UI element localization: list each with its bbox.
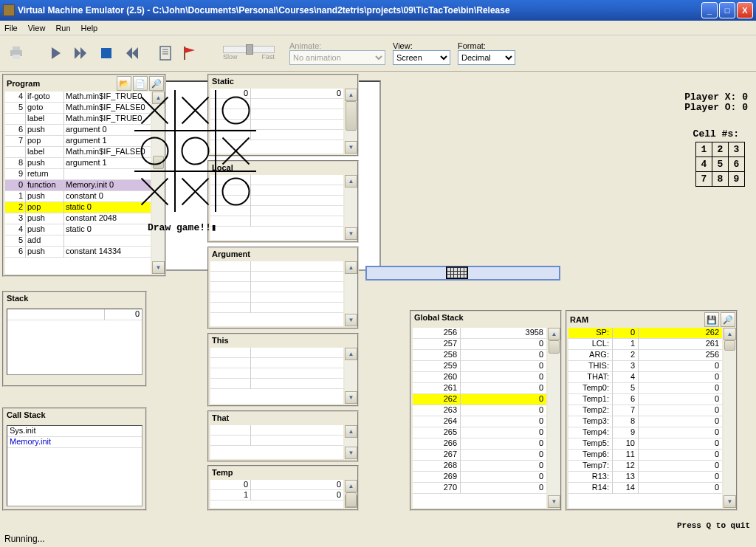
workspace: Program 📂 📄 🔎 4if-gotoMath.min$IF_TRUE05… bbox=[0, 72, 756, 532]
globalstack-title: Global Stack bbox=[411, 312, 560, 323]
ram-row[interactable]: Temp2:70 bbox=[568, 405, 722, 416]
toolbar: Slow Fast Animate: No animation View: Sc… bbox=[0, 35, 756, 72]
ram-search-icon[interactable]: 🔎 bbox=[721, 312, 735, 327]
flag-icon[interactable] bbox=[180, 43, 201, 63]
window-title: Virtual Machine Emulator (2.5) - C:\John… bbox=[18, 5, 701, 16]
cell-header: Cell #s: bbox=[693, 128, 739, 140]
globalstack-row[interactable]: 2670 bbox=[413, 450, 546, 461]
ram-row[interactable]: R14:140 bbox=[568, 483, 722, 494]
svg-point-18 bbox=[182, 138, 209, 165]
titlebar: Virtual Machine Emulator (2.5) - C:\John… bbox=[0, 0, 756, 21]
keyboard-icon bbox=[446, 266, 468, 279]
ram-title: RAM bbox=[567, 314, 591, 326]
app-icon bbox=[3, 4, 15, 16]
ram-row[interactable]: LCL:1261 bbox=[568, 339, 722, 350]
quit-message: Press Q to quit bbox=[677, 521, 750, 530]
svg-rect-1 bbox=[13, 47, 20, 50]
globalstack-row[interactable]: 2563958 bbox=[413, 328, 546, 339]
globalstack-row[interactable]: 2690 bbox=[413, 472, 546, 483]
animate-label: Animate: bbox=[289, 41, 385, 50]
statusbar: Running... bbox=[0, 532, 756, 547]
cell-number-grid: 123456789 bbox=[695, 142, 745, 187]
player-o-score: Player O: 0 bbox=[684, 102, 748, 113]
view-select[interactable]: Screen bbox=[393, 50, 450, 65]
svg-rect-2 bbox=[13, 55, 20, 59]
rewind-icon[interactable] bbox=[121, 43, 142, 63]
maximize-button[interactable]: □ bbox=[719, 2, 735, 18]
menu-run[interactable]: Run bbox=[55, 24, 70, 32]
ram-row[interactable]: Temp7:120 bbox=[568, 461, 722, 472]
menu-help[interactable]: Help bbox=[81, 24, 98, 32]
ram-row[interactable]: Temp3:80 bbox=[568, 416, 722, 427]
menu-file[interactable]: File bbox=[4, 24, 18, 32]
ram-save-icon[interactable]: 💾 bbox=[704, 312, 719, 327]
ram-panel: RAM 💾 🔎 SP:0262LCL:1261ARG:2256THIS:30TH… bbox=[566, 310, 738, 511]
fast-label: Fast bbox=[261, 53, 275, 61]
ram-body: SP:0262LCL:1261ARG:2256THIS:30THAT:40Tem… bbox=[568, 328, 722, 508]
fast-forward-icon[interactable] bbox=[71, 43, 92, 63]
globalstack-row[interactable]: 2620 bbox=[413, 394, 546, 405]
globalstack-row[interactable]: 2680 bbox=[413, 461, 546, 472]
globalstack-row[interactable]: 2600 bbox=[413, 372, 546, 383]
format-label: Format: bbox=[458, 41, 515, 50]
globalstack-row[interactable]: 2650 bbox=[413, 427, 546, 438]
close-button[interactable]: X bbox=[737, 2, 753, 18]
globalstack-row[interactable]: 2570 bbox=[413, 339, 546, 350]
stop-icon[interactable] bbox=[96, 43, 117, 63]
menu-view[interactable]: View bbox=[28, 24, 46, 32]
step-icon[interactable] bbox=[46, 43, 66, 63]
ram-row[interactable]: ARG:2256 bbox=[568, 350, 722, 361]
svg-point-17 bbox=[142, 138, 168, 165]
animate-select[interactable]: No animation bbox=[289, 50, 385, 65]
svg-rect-3 bbox=[101, 48, 111, 58]
ram-row[interactable]: Temp0:50 bbox=[568, 383, 722, 394]
ram-row[interactable]: Temp6:110 bbox=[568, 450, 722, 461]
globalstack-body: 2563958257025802590260026102620263026402… bbox=[413, 328, 546, 508]
view-label: View: bbox=[393, 41, 450, 50]
speed-slider[interactable]: Slow Fast bbox=[223, 46, 275, 61]
draw-message: Draw game!!▮ bbox=[148, 221, 217, 233]
player-x-score: Player X: 0 bbox=[684, 92, 748, 103]
ram-row[interactable]: Temp1:60 bbox=[568, 394, 722, 405]
ram-row[interactable]: SP:0262 bbox=[568, 328, 722, 339]
slow-label: Slow bbox=[223, 53, 238, 61]
svg-point-25 bbox=[223, 179, 250, 205]
globalstack-row[interactable]: 2580 bbox=[413, 350, 546, 361]
game-board bbox=[131, 86, 256, 212]
ram-scrollbar[interactable]: ▲▼ bbox=[724, 328, 736, 508]
svg-rect-4 bbox=[160, 47, 171, 60]
status-text: Running... bbox=[4, 534, 45, 544]
globalstack-row[interactable]: 2630 bbox=[413, 405, 546, 416]
ram-row[interactable]: THAT:40 bbox=[568, 372, 722, 383]
ram-row[interactable]: R13:130 bbox=[568, 472, 722, 483]
script-icon[interactable] bbox=[155, 43, 176, 63]
globalstack-row[interactable]: 2640 bbox=[413, 416, 546, 427]
globalstack-row[interactable]: 2700 bbox=[413, 483, 546, 494]
ram-row[interactable]: Temp4:90 bbox=[568, 427, 722, 438]
globalstack-scrollbar[interactable]: ▲▼ bbox=[548, 328, 560, 508]
globalstack-row[interactable]: 2590 bbox=[413, 361, 546, 372]
globalstack-panel: Global Stack 256395825702580259026002610… bbox=[410, 310, 562, 511]
screen-panel: Player X: 0 Player O: 0 Cell #s: 1234567… bbox=[9, 80, 381, 271]
menubar: File View Run Help bbox=[0, 21, 756, 35]
ram-row[interactable]: Temp5:100 bbox=[568, 438, 722, 450]
ram-row[interactable]: THIS:30 bbox=[568, 361, 722, 372]
minimize-button[interactable]: _ bbox=[701, 2, 718, 18]
print-icon[interactable] bbox=[6, 43, 27, 63]
globalstack-row[interactable]: 2660 bbox=[413, 438, 546, 450]
svg-point-16 bbox=[223, 97, 250, 124]
format-select[interactable]: Decimal bbox=[458, 50, 515, 65]
globalstack-row[interactable]: 2610 bbox=[413, 383, 546, 394]
